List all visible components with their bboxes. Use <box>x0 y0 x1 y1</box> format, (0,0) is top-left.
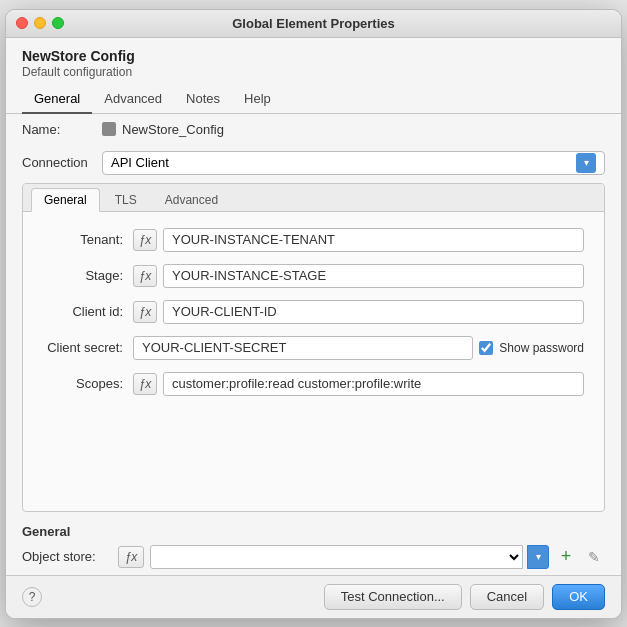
object-store-label: Object store: <box>22 549 112 564</box>
scopes-fx-button[interactable]: ƒx <box>133 373 157 395</box>
clientid-fx-button[interactable]: ƒx <box>133 301 157 323</box>
cancel-button[interactable]: Cancel <box>470 584 544 610</box>
bottom-general-section: General Object store: ƒx ▾ + ✎ <box>6 520 621 575</box>
form-section: Name: NewStore_Config <box>6 114 621 151</box>
scopes-input[interactable] <box>163 372 584 396</box>
footer-buttons: Test Connection... Cancel OK <box>324 584 605 610</box>
show-password-checkbox[interactable] <box>479 341 493 355</box>
tenant-input[interactable] <box>163 228 584 252</box>
show-password-label: Show password <box>499 341 584 355</box>
inner-tab-tls[interactable]: TLS <box>102 188 150 211</box>
traffic-lights <box>16 17 64 29</box>
main-window: Global Element Properties NewStore Confi… <box>5 9 622 619</box>
ok-button[interactable]: OK <box>552 584 605 610</box>
main-tabs: General Advanced Notes Help <box>6 85 621 114</box>
help-button[interactable]: ? <box>22 587 42 607</box>
connection-row: Connection API Client ▾ <box>6 151 621 175</box>
titlebar: Global Element Properties <box>6 10 621 38</box>
object-store-dropdown-arrow[interactable]: ▾ <box>527 545 549 569</box>
connection-dropdown-arrow[interactable]: ▾ <box>576 153 596 173</box>
object-store-select[interactable] <box>150 545 523 569</box>
clientid-label: Client id: <box>43 304 133 319</box>
tenant-label: Tenant: <box>43 232 133 247</box>
minimize-button[interactable] <box>34 17 46 29</box>
bottom-general-label: General <box>22 524 605 539</box>
connection-select[interactable]: API Client ▾ <box>102 151 605 175</box>
name-value-wrap: NewStore_Config <box>102 122 224 137</box>
clientsecret-input[interactable] <box>133 336 473 360</box>
name-label: Name: <box>22 122 102 137</box>
inner-tabs: General TLS Advanced <box>23 184 604 212</box>
inner-tab-general[interactable]: General <box>31 188 100 212</box>
object-store-fx-button[interactable]: ƒx <box>118 546 144 568</box>
tab-general[interactable]: General <box>22 85 92 114</box>
clientid-row: Client id: ƒx <box>43 300 584 324</box>
object-store-edit-button[interactable]: ✎ <box>583 546 605 568</box>
window-title: Global Element Properties <box>232 16 395 31</box>
tab-advanced[interactable]: Advanced <box>92 85 174 114</box>
connection-value: API Client <box>111 155 169 170</box>
show-password-wrap: Show password <box>479 341 584 355</box>
test-connection-button[interactable]: Test Connection... <box>324 584 462 610</box>
config-subtitle: Default configuration <box>22 65 605 79</box>
window-content: NewStore Config Default configuration Ge… <box>6 38 621 618</box>
stage-input[interactable] <box>163 264 584 288</box>
tenant-fx-button[interactable]: ƒx <box>133 229 157 251</box>
stage-row: Stage: ƒx <box>43 264 584 288</box>
inner-panel: General TLS Advanced Tenant: ƒx Stage: ƒ… <box>22 183 605 512</box>
chevron-down-icon: ▾ <box>584 157 589 168</box>
scopes-row: Scopes: ƒx <box>43 372 584 396</box>
close-button[interactable] <box>16 17 28 29</box>
tab-help[interactable]: Help <box>232 85 283 114</box>
name-value: NewStore_Config <box>122 122 224 137</box>
object-store-row: Object store: ƒx ▾ + ✎ <box>22 545 605 569</box>
stage-fx-button[interactable]: ƒx <box>133 265 157 287</box>
tab-notes[interactable]: Notes <box>174 85 232 114</box>
object-store-add-button[interactable]: + <box>555 546 577 568</box>
maximize-button[interactable] <box>52 17 64 29</box>
inner-content: Tenant: ƒx Stage: ƒx Client id: ƒx <box>23 212 604 511</box>
header-section: NewStore Config Default configuration <box>6 38 621 85</box>
clientsecret-label: Client secret: <box>43 340 133 355</box>
clientsecret-row: Client secret: Show password <box>43 336 584 360</box>
question-icon: ? <box>29 590 36 604</box>
inner-tab-advanced[interactable]: Advanced <box>152 188 231 211</box>
stage-label: Stage: <box>43 268 133 283</box>
chevron-down-icon: ▾ <box>536 551 541 562</box>
name-row: Name: NewStore_Config <box>22 122 605 137</box>
object-store-input-wrap: ▾ <box>150 545 549 569</box>
config-title: NewStore Config <box>22 48 605 64</box>
connection-label: Connection <box>22 155 102 170</box>
clientid-input[interactable] <box>163 300 584 324</box>
name-icon <box>102 122 116 136</box>
tenant-row: Tenant: ƒx <box>43 228 584 252</box>
scopes-label: Scopes: <box>43 376 133 391</box>
footer: ? Test Connection... Cancel OK <box>6 575 621 618</box>
